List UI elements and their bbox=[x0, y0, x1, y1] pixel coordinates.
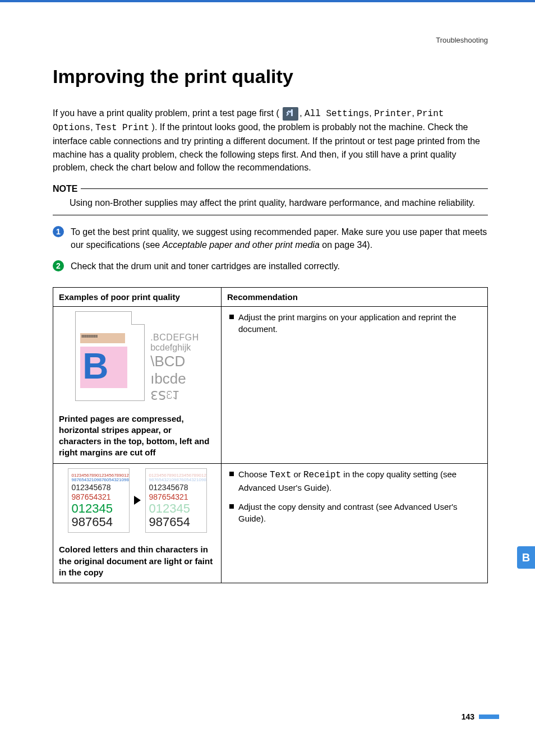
rec2a-mono1: Text bbox=[270, 470, 291, 480]
table-row: 01234567890123456789012 9876543210987605… bbox=[53, 463, 488, 583]
settings-tools-icon bbox=[283, 107, 298, 121]
ex2r-big-k: 987654 bbox=[149, 515, 203, 529]
note-body: Using non-Brother supplies may affect th… bbox=[53, 196, 488, 209]
comma-2: , bbox=[369, 108, 374, 118]
step-1: 1 To get the best print quality, we sugg… bbox=[53, 225, 488, 251]
step-1-suffix: on page 34). bbox=[322, 240, 372, 250]
table-row: |||||||||||||||||||||||||||||||||||| B .… bbox=[53, 306, 488, 463]
comma-4: , bbox=[90, 122, 95, 132]
ex2l-med-k: 012345678 bbox=[72, 483, 126, 492]
example2-copy: 01234567890123456789012 9876543210987605… bbox=[145, 468, 207, 533]
example1-cutoff-text: .BCDEFGH bcdefghijk \BCD ıbcde ƐƧ↋1 bbox=[150, 311, 199, 402]
step-2-prefix: Check that the drum unit and toner cartr… bbox=[71, 261, 340, 271]
ex2r-tiny-b: 98765432109876054321098 bbox=[149, 478, 203, 483]
ex1-line4: ıbcde bbox=[150, 370, 199, 388]
page-number: 143 bbox=[462, 712, 474, 721]
note-block: NOTE Using non-Brother supplies may affe… bbox=[53, 184, 488, 215]
rec2a-mid: or bbox=[293, 469, 303, 479]
page-fold-icon bbox=[131, 311, 145, 325]
comma-3: , bbox=[412, 108, 417, 118]
step-badge-1: 1 bbox=[53, 226, 64, 237]
ex2l-big-g: 012345 bbox=[72, 502, 126, 515]
menu-path-2: Printer bbox=[374, 109, 412, 119]
page-content: Troubleshooting Improving the print qual… bbox=[0, 2, 535, 583]
step-2: 2 Check that the drum unit and toner car… bbox=[53, 260, 488, 273]
menu-path-1: All Settings bbox=[305, 109, 369, 119]
menu-path-4: Test Print bbox=[95, 123, 149, 133]
section-tab-b[interactable]: B bbox=[517, 546, 535, 569]
ex2r-med-r: 987654321 bbox=[149, 492, 203, 502]
th-recommendation: Recommendation bbox=[222, 287, 488, 306]
rec2b-text: Adjust the copy density and contrast (se… bbox=[238, 502, 458, 524]
comma-1: , bbox=[299, 108, 305, 118]
th-examples: Examples of poor print quality bbox=[53, 287, 222, 306]
quality-table: Examples of poor print quality Recommend… bbox=[53, 287, 488, 583]
example1-big-b: B bbox=[80, 347, 127, 388]
svg-rect-0 bbox=[291, 109, 293, 116]
example2-caption: Colored letters and thin characters in t… bbox=[59, 544, 215, 578]
steps-list: 1 To get the best print quality, we sugg… bbox=[53, 225, 488, 273]
example-cell-2: 01234567890123456789012 9876543210987605… bbox=[53, 463, 222, 583]
ex2l-tiny-b: 98765432109876054321098 bbox=[72, 478, 126, 483]
recommendation-cell-1: Adjust the print margins on your applica… bbox=[222, 306, 488, 463]
step-badge-2: 2 bbox=[53, 260, 64, 271]
intro-paragraph: If you have a print quality problem, pri… bbox=[53, 107, 488, 174]
step-2-text: Check that the drum unit and toner cartr… bbox=[71, 260, 340, 273]
recommendation-cell-2: Choose Text or Receipt in the copy quali… bbox=[222, 463, 488, 583]
ex1-line5: ƐƧ↋1 bbox=[150, 388, 199, 402]
example2-original: 01234567890123456789012 9876543210987605… bbox=[68, 468, 130, 533]
ex2r-big-g: 012345 bbox=[149, 502, 203, 515]
note-line-bottom bbox=[53, 215, 488, 215]
rec-item: Adjust the print margins on your applica… bbox=[229, 311, 482, 336]
rec1-text: Adjust the print margins on your applica… bbox=[238, 312, 456, 334]
footer-bar-icon bbox=[479, 714, 499, 719]
note-line-top bbox=[81, 188, 488, 189]
example1-barcode: |||||||||||||||||||||||||||||||||||| bbox=[80, 333, 125, 343]
ex1-line1: .BCDEFGH bbox=[150, 333, 199, 343]
step-1-text: To get the best print quality, we sugges… bbox=[71, 225, 488, 251]
example1-caption: Printed pages are compressed, horizontal… bbox=[59, 413, 215, 459]
rec2a-pre: Choose bbox=[238, 469, 270, 479]
note-label: NOTE bbox=[53, 184, 77, 194]
ex2l-big-k: 987654 bbox=[72, 515, 126, 529]
breadcrumb: Troubleshooting bbox=[53, 36, 488, 44]
ex2l-med-r: 987654321 bbox=[72, 492, 126, 502]
rec-item: Adjust the copy density and contrast (se… bbox=[229, 501, 482, 525]
rec2a-mono2: Receipt bbox=[303, 470, 341, 480]
acceptable-paper-link[interactable]: Acceptable paper and other print media bbox=[163, 240, 320, 250]
page-title: Improving the print quality bbox=[53, 66, 488, 87]
ex1-line2: bcdefghijk bbox=[150, 343, 199, 353]
page-footer: 143 bbox=[462, 712, 499, 721]
example1-page-graphic: |||||||||||||||||||||||||||||||||||| B bbox=[75, 311, 145, 401]
ex1-line3: \BCD bbox=[150, 353, 199, 370]
example-cell-1: |||||||||||||||||||||||||||||||||||| B .… bbox=[53, 306, 222, 463]
intro-text-a: If you have a print quality problem, pri… bbox=[53, 108, 279, 118]
ex2r-med-k: 012345678 bbox=[149, 483, 203, 492]
rec-item: Choose Text or Receipt in the copy quali… bbox=[229, 468, 482, 494]
arrow-right-icon bbox=[134, 496, 141, 505]
